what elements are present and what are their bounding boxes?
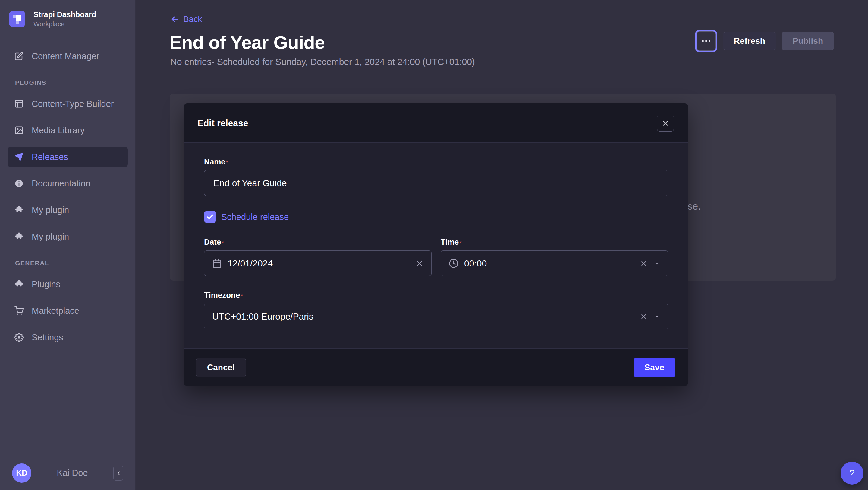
puzzle-icon <box>14 232 24 241</box>
clear-timezone-icon[interactable] <box>640 313 648 320</box>
chevron-down-icon[interactable] <box>654 260 660 266</box>
sidebar-item-label: Marketplace <box>32 306 79 316</box>
name-label: Name <box>204 157 225 166</box>
schedule-release-label: Schedule release <box>221 212 289 222</box>
ellipsis-icon <box>702 40 704 42</box>
workspace-subtitle: Workplace <box>33 20 96 28</box>
avatar: KD <box>12 463 31 483</box>
required-asterisk: * <box>241 294 243 299</box>
sidebar-item-label: Settings <box>32 333 63 342</box>
page-subtitle: No entries- Scheduled for Sunday, Decemb… <box>170 57 475 67</box>
help-button[interactable]: ? <box>841 462 864 485</box>
clear-time-icon[interactable] <box>640 259 648 267</box>
clear-date-icon[interactable] <box>415 259 424 267</box>
page-title: End of Year Guide <box>169 32 325 53</box>
sidebar-item-label: Documentation <box>32 179 90 189</box>
gear-icon <box>14 333 24 342</box>
section-header-general: GENERAL <box>7 259 128 267</box>
schedule-release-toggle[interactable]: Schedule release <box>204 211 668 223</box>
sidebar-item-content-type-builder[interactable]: Content-Type Builder <box>7 93 128 114</box>
sidebar-item-label: Media Library <box>32 125 85 136</box>
ellipsis-icon <box>709 40 710 42</box>
sidebar-item-content-manager[interactable]: Content Manager <box>7 46 128 66</box>
cancel-button[interactable]: Cancel <box>196 358 246 377</box>
image-icon <box>14 126 24 135</box>
arrow-left-icon <box>170 15 179 24</box>
sidebar-item-label: My plugin <box>32 205 69 215</box>
date-time-row: Date* 12/01/2024 Time* 00:00 <box>204 237 668 276</box>
sidebar-item-releases[interactable]: Releases <box>7 147 128 167</box>
sidebar-item-my-plugin-1[interactable]: My plugin <box>7 200 128 220</box>
header-actions: Refresh Publish <box>696 31 834 51</box>
chevron-left-icon <box>116 470 121 476</box>
calendar-icon <box>212 259 222 268</box>
edit-release-modal: Edit release Name* Schedule release Date… <box>184 104 688 386</box>
date-label: Date <box>204 237 221 247</box>
close-icon <box>661 119 670 127</box>
back-label: Back <box>183 15 202 24</box>
workspace-name: Strapi Dashboard <box>33 10 96 19</box>
sidebar-user-area: KD Kai Doe <box>0 456 135 490</box>
time-field-group: Time* 00:00 <box>441 237 668 276</box>
send-icon <box>14 152 24 162</box>
pen-icon <box>14 52 24 61</box>
sidebar-item-plugins[interactable]: Plugins <box>7 274 128 294</box>
modal-close-button[interactable] <box>657 115 674 132</box>
sidebar-item-documentation[interactable]: Documentation <box>7 173 128 194</box>
ellipsis-icon <box>705 40 707 42</box>
sidebar-nav: Content Manager PLUGINS Content-Type Bui… <box>0 37 135 456</box>
name-input[interactable] <box>204 170 668 196</box>
sidebar-item-marketplace[interactable]: Marketplace <box>7 300 128 321</box>
modal-title: Edit release <box>197 118 248 128</box>
user-name: Kai Doe <box>37 468 107 478</box>
sidebar-item-media-library[interactable]: Media Library <box>7 120 128 141</box>
sidebar-item-my-plugin-2[interactable]: My plugin <box>7 226 128 247</box>
modal-header: Edit release <box>184 104 688 143</box>
layout-icon <box>14 99 24 108</box>
timezone-label: Timezone <box>204 291 240 299</box>
refresh-button[interactable]: Refresh <box>723 32 776 50</box>
date-field-group: Date* 12/01/2024 <box>204 237 432 276</box>
sidebar-item-label: Content-Type Builder <box>32 99 114 109</box>
date-picker[interactable]: 12/01/2024 <box>204 251 432 276</box>
save-button[interactable]: Save <box>634 358 675 377</box>
time-picker[interactable]: 00:00 <box>441 251 668 276</box>
back-link[interactable]: Back <box>170 15 202 24</box>
strapi-logo-icon <box>9 11 25 27</box>
sidebar-item-label: Plugins <box>32 279 60 289</box>
puzzle-icon <box>14 205 24 214</box>
puzzle-icon <box>14 280 24 289</box>
checkbox-checked-icon[interactable] <box>204 211 216 223</box>
sidebar-item-settings[interactable]: Settings <box>7 327 128 348</box>
workspace-switcher[interactable]: Strapi Dashboard Workplace <box>0 0 135 37</box>
modal-body: Name* Schedule release Date* 12/01/2024 … <box>184 143 688 348</box>
info-icon <box>14 179 24 188</box>
required-asterisk: * <box>226 160 228 165</box>
timezone-value: UTC+01:00 Europe/Paris <box>212 311 634 322</box>
time-label: Time <box>441 237 459 247</box>
time-value: 00:00 <box>464 258 634 268</box>
clock-icon <box>449 259 458 268</box>
required-asterisk: * <box>460 240 461 246</box>
timezone-field-group: Timezone* UTC+01:00 Europe/Paris <box>204 291 668 329</box>
name-field-group: Name* <box>204 157 668 196</box>
cart-icon <box>14 306 24 315</box>
sidebar: Strapi Dashboard Workplace Content Manag… <box>0 0 135 490</box>
sidebar-item-label: My plugin <box>32 232 69 242</box>
section-header-plugins: PLUGINS <box>7 79 128 86</box>
chevron-down-icon[interactable] <box>654 314 660 319</box>
publish-button[interactable]: Publish <box>781 32 834 50</box>
sidebar-item-label: Releases <box>32 152 68 162</box>
modal-footer: Cancel Save <box>184 348 688 386</box>
timezone-picker[interactable]: UTC+01:00 Europe/Paris <box>204 304 668 329</box>
date-value: 12/01/2024 <box>227 258 410 268</box>
more-options-button[interactable] <box>696 31 716 51</box>
required-asterisk: * <box>222 240 224 246</box>
sidebar-collapse-button[interactable] <box>113 466 123 481</box>
sidebar-item-label: Content Manager <box>32 51 99 61</box>
